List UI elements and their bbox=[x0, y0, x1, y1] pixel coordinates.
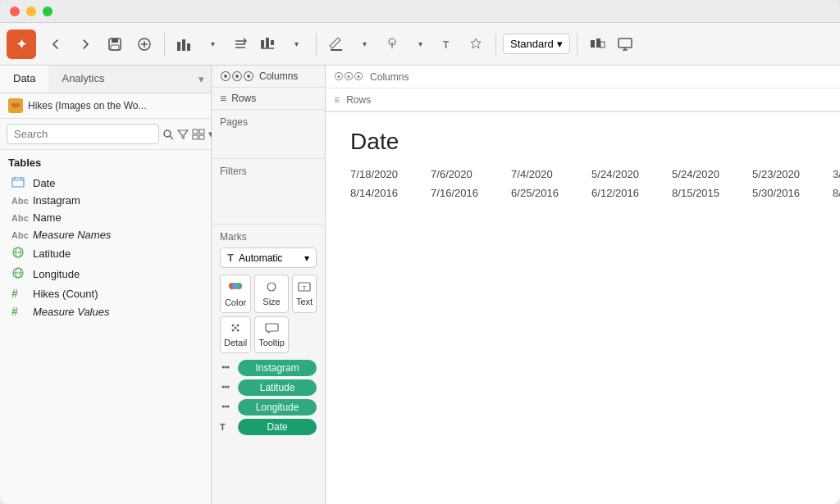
svg-rect-1 bbox=[112, 39, 118, 43]
svg-point-59 bbox=[227, 405, 230, 407]
longitude-pill[interactable]: Longitude bbox=[238, 399, 317, 415]
annotation-dropdown-button[interactable]: ▾ bbox=[407, 31, 433, 57]
text-mark-button[interactable]: T Text bbox=[292, 275, 317, 313]
date-value-3: 7/4/2020 bbox=[511, 168, 585, 180]
detail-mark-icon bbox=[228, 322, 243, 335]
latitude-pill-icon bbox=[220, 382, 233, 394]
svg-point-52 bbox=[225, 366, 227, 368]
date-value-11: 6/12/2016 bbox=[591, 187, 665, 199]
marks-buttons-grid: Color Size T Text bbox=[220, 275, 317, 353]
longitude-pill-icon bbox=[220, 402, 233, 414]
fit-button[interactable] bbox=[255, 31, 281, 57]
svg-rect-9 bbox=[261, 40, 264, 48]
present-button[interactable] bbox=[612, 31, 638, 57]
svg-point-54 bbox=[222, 385, 225, 388]
search-input[interactable] bbox=[7, 124, 159, 144]
date-value-14: 8/3/20... bbox=[833, 187, 840, 199]
marks-type-dropdown[interactable]: T Automatic ▾ bbox=[220, 247, 317, 268]
date-pill[interactable]: Date bbox=[238, 419, 317, 435]
field-hikes-count[interactable]: # Hikes (Count) bbox=[8, 284, 203, 302]
date-field-icon bbox=[11, 176, 28, 189]
marks-section: Marks T Automatic ▾ Color bbox=[212, 225, 325, 504]
detail-mark-button[interactable]: Detail bbox=[220, 316, 251, 353]
back-button[interactable] bbox=[43, 31, 69, 57]
data-source-name: Hikes (Images on the Wo... bbox=[28, 100, 147, 111]
pin-button[interactable] bbox=[463, 31, 489, 57]
standard-dropdown[interactable]: Standard ▾ bbox=[503, 34, 570, 54]
fit-dropdown-button[interactable]: ▾ bbox=[283, 31, 309, 57]
text-mark-label: Text bbox=[296, 297, 313, 306]
text-mark-icon: T bbox=[297, 281, 312, 294]
search-icon[interactable] bbox=[162, 125, 174, 144]
view-group bbox=[584, 31, 638, 57]
date-value-6: 5/23/2020 bbox=[752, 168, 826, 180]
size-mark-label: Size bbox=[262, 297, 280, 306]
num-hikescount-icon: # bbox=[11, 287, 28, 300]
geo-latitude-icon bbox=[11, 246, 28, 261]
close-button[interactable] bbox=[10, 7, 20, 16]
field-latitude[interactable]: Latitude bbox=[8, 243, 203, 264]
bar-chart-button[interactable] bbox=[171, 31, 198, 57]
field-name[interactable]: Abc Name bbox=[8, 209, 203, 226]
filter-icon[interactable] bbox=[177, 125, 189, 144]
marks-dropdown-label: Automatic bbox=[239, 252, 301, 264]
field-name-label: Name bbox=[33, 211, 62, 224]
tab-data[interactable]: Data bbox=[0, 66, 48, 93]
svg-rect-19 bbox=[600, 42, 605, 48]
tab-analytics[interactable]: Analytics bbox=[48, 66, 117, 93]
divider-3 bbox=[495, 33, 496, 56]
annotation-button[interactable] bbox=[379, 31, 405, 57]
date-value-9: 7/16/2016 bbox=[431, 187, 504, 199]
maximize-button[interactable] bbox=[43, 7, 52, 16]
field-latitude-label: Latitude bbox=[33, 247, 71, 260]
rows-shelf-icon: ≡ bbox=[220, 92, 226, 105]
show-me-button[interactable] bbox=[584, 31, 610, 57]
toolbar: ✦ ▾ ▾ ▾ bbox=[0, 23, 840, 66]
instagram-pill-row: Instagram bbox=[220, 360, 317, 376]
svg-rect-6 bbox=[177, 42, 180, 51]
center-panel: ⦿⦿⦿ Columns ≡ Rows Pages Filters Marks T… bbox=[212, 66, 326, 504]
abc-instagram-icon: Abc bbox=[11, 196, 28, 206]
save-button[interactable] bbox=[102, 31, 128, 57]
tab-arrow-icon[interactable]: ▾ bbox=[199, 66, 211, 93]
canvas-rows-shelf: ≡ Rows bbox=[326, 89, 840, 111]
latitude-pill-row: Latitude bbox=[220, 379, 317, 396]
format-group: ▾ ▾ T bbox=[323, 31, 489, 57]
latitude-pill[interactable]: Latitude bbox=[238, 379, 317, 396]
field-instagram[interactable]: Abc Instagram bbox=[8, 192, 203, 209]
swap-rows-cols-button[interactable] bbox=[227, 31, 253, 57]
add-datasource-button[interactable] bbox=[131, 31, 158, 57]
left-panel: Data Analytics ▾ Hikes (Images on the Wo… bbox=[0, 66, 212, 504]
svg-rect-11 bbox=[271, 40, 274, 45]
dropdown-arrow-icon: ▾ bbox=[557, 38, 563, 50]
svg-point-56 bbox=[227, 385, 230, 388]
chart-dropdown-button[interactable]: ▾ bbox=[199, 31, 226, 57]
instagram-pill-icon bbox=[220, 362, 233, 375]
field-date[interactable]: Date bbox=[8, 174, 203, 192]
date-values-container: 7/18/2020 7/6/2020 7/4/2020 5/24/2020 5/… bbox=[350, 168, 840, 199]
tooltip-mark-button[interactable]: Tooltip bbox=[254, 316, 289, 353]
field-longitude-label: Longitude bbox=[33, 268, 80, 280]
field-measure-names[interactable]: Abc Measure Names bbox=[8, 226, 203, 243]
abc-measurenames-icon: Abc bbox=[11, 230, 28, 240]
view-toggle-icon[interactable] bbox=[192, 125, 205, 144]
date-value-7: 3/21/202... bbox=[833, 168, 840, 180]
divider-1 bbox=[164, 33, 165, 56]
svg-rect-10 bbox=[266, 38, 269, 48]
svg-rect-26 bbox=[193, 129, 198, 134]
svg-rect-27 bbox=[199, 129, 204, 134]
field-measure-values[interactable]: # Measure Values bbox=[8, 302, 203, 320]
instagram-pill[interactable]: Instagram bbox=[238, 360, 317, 376]
svg-point-57 bbox=[222, 405, 225, 407]
canvas-columns-label: Columns bbox=[370, 71, 409, 83]
color-mark-button[interactable]: Color bbox=[220, 275, 251, 313]
text-format-button[interactable]: T bbox=[435, 31, 461, 57]
forward-button[interactable] bbox=[72, 31, 98, 57]
highlight-dropdown-button[interactable]: ▾ bbox=[351, 31, 377, 57]
field-longitude[interactable]: Longitude bbox=[8, 264, 203, 284]
data-source-row[interactable]: Hikes (Images on the Wo... bbox=[0, 93, 211, 119]
minimize-button[interactable] bbox=[26, 7, 36, 16]
size-mark-button[interactable]: Size bbox=[254, 275, 289, 313]
highlight-button[interactable] bbox=[323, 31, 349, 57]
canvas-rows-icon: ≡ bbox=[334, 94, 340, 106]
